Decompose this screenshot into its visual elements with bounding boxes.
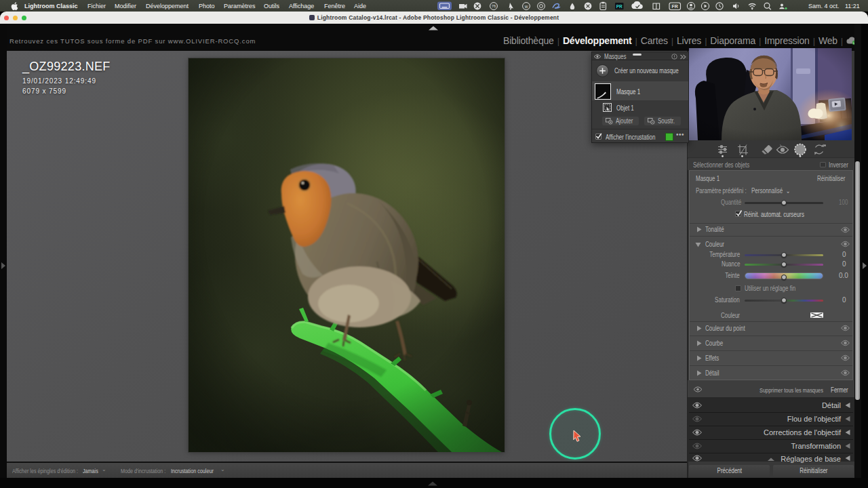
svg-text:76: 76	[492, 4, 496, 8]
svg-text:FR: FR	[672, 4, 678, 9]
svg-text:PR: PR	[616, 4, 623, 9]
svg-text:w: w	[524, 4, 528, 9]
